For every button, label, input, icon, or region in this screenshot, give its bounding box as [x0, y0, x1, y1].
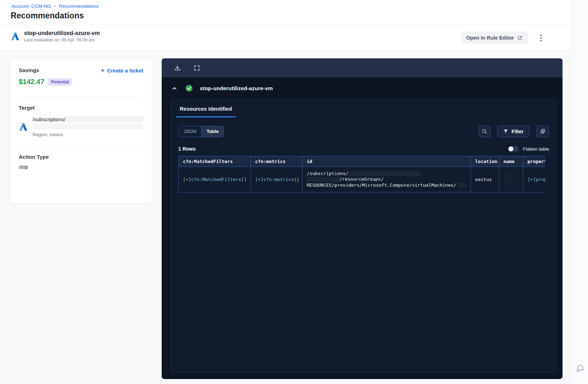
column-header-id: id — [302, 156, 471, 167]
chat-help-button[interactable] — [575, 363, 585, 373]
tab-row: Resources Identified — [171, 99, 556, 118]
rule-name: stop-underutilized-azure-vm — [24, 30, 100, 36]
create-ticket-label: Create a ticket — [107, 68, 143, 74]
tab-resources-identified[interactable]: Resources Identified — [176, 106, 236, 117]
breadcrumb-recommendations-link[interactable]: Recommendations — [59, 4, 99, 9]
filter-label: Filter — [512, 129, 524, 134]
fullscreen-icon — [194, 65, 200, 71]
azure-logo-icon — [11, 32, 20, 41]
redacted-text — [503, 170, 519, 190]
resources-table: c7n:MatchedFilters c7n:metrics id locati… — [178, 156, 545, 192]
card-divider — [19, 146, 143, 146]
column-header-matched-filters: c7n:MatchedFilters — [179, 156, 251, 167]
redacted-text — [33, 123, 143, 129]
cell-metrics-expander[interactable]: [+]c7n:metrics{} — [251, 167, 302, 192]
open-in-rule-editor-label: Open in Rule Editor — [466, 35, 514, 41]
id-line-3: RESOURCES/providers/Microsoft.Compute/vi… — [307, 182, 456, 188]
chat-help-icon — [575, 363, 585, 373]
cell-properties-expander[interactable]: [+]properties{} — [523, 167, 546, 192]
table-controls-row: JSON Table Filter — [178, 126, 549, 137]
cell-id: /subscriptions/ /resourceGroups/ RESOURC… — [302, 167, 471, 192]
cell-name — [499, 167, 523, 192]
action-type-label: Action Type — [19, 154, 143, 160]
search-button[interactable] — [479, 126, 491, 137]
savings-amount: $142.47 — [19, 78, 44, 86]
open-in-rule-editor-button[interactable]: Open in Rule Editor — [461, 32, 528, 44]
target-info: /subscriptions/ Region: eastus — [33, 116, 143, 137]
panel-rule-name: stop-underutilized-azure-vm — [200, 85, 273, 91]
target-region: Region: eastus — [33, 132, 143, 137]
page-title: Recommendations — [11, 11, 84, 21]
target-label: Target — [19, 105, 143, 111]
search-icon — [482, 128, 488, 134]
breadcrumb-account-link[interactable]: Account: CCM-NG — [11, 4, 51, 9]
create-ticket-button[interactable]: + Create a ticket — [101, 67, 143, 74]
filter-button[interactable]: Filter — [497, 126, 530, 137]
column-header-location: location — [471, 156, 499, 167]
rows-summary-row: 1 Rows Flatten table — [178, 146, 549, 152]
azure-logo-icon — [19, 122, 28, 132]
redacted-text — [307, 177, 339, 182]
resources-table-container: c7n:MatchedFilters c7n:metrics id locati… — [178, 156, 545, 192]
chevron-up-icon — [171, 85, 178, 92]
success-check-icon — [185, 85, 193, 92]
id-line-1: /subscriptions/ — [307, 171, 348, 176]
breadcrumb-bar: Account: CCM-NG › Recommendations Recomm… — [0, 0, 571, 25]
view-mode-json[interactable]: JSON — [179, 126, 201, 137]
column-header-name: name — [499, 156, 523, 167]
breadcrumb-separator-icon: › — [54, 3, 56, 8]
resources-identified-panel: Resources Identified JSON Table — [171, 99, 557, 373]
results-panel: stop-underutilized-azure-vm Resources Id… — [162, 58, 563, 379]
external-link-icon — [517, 35, 523, 41]
action-type-value: stop — [19, 164, 143, 170]
copy-button[interactable] — [536, 126, 549, 137]
target-path: /subscriptions/ — [33, 117, 65, 122]
redacted-text — [459, 183, 467, 188]
kebab-menu-icon[interactable] — [538, 33, 544, 43]
flatten-table-label: Flatten table — [523, 146, 549, 152]
download-button[interactable] — [174, 65, 181, 71]
flatten-table-toggle[interactable] — [508, 146, 519, 152]
recommendations-page: Account: CCM-NG › Recommendations Recomm… — [0, 0, 588, 384]
savings-card: Savings + Create a ticket $142.47 Potent… — [10, 58, 152, 204]
plus-icon: + — [101, 67, 105, 74]
rule-title-block: stop-underutilized-azure-vm Last evaluat… — [24, 30, 100, 42]
fullscreen-button[interactable] — [194, 65, 200, 71]
copy-icon — [540, 128, 546, 134]
rows-count: 1 Rows — [178, 146, 196, 152]
redacted-text — [66, 116, 143, 122]
savings-label: Savings — [19, 67, 39, 73]
collapse-toggle-button[interactable] — [171, 85, 178, 92]
id-line-2: /resourceGroups/ — [339, 176, 384, 182]
rule-header-bar: stop-underutilized-azure-vm Last evaluat… — [0, 25, 571, 51]
right-rail — [571, 0, 588, 384]
last-evaluated-text: Last evaluated on: 09 Apr, 06:00 am — [24, 37, 100, 42]
cell-location: eastus — [471, 167, 499, 192]
redacted-text — [348, 171, 421, 176]
column-header-properties: properties — [523, 156, 546, 167]
main-content-area: Savings + Create a ticket $142.47 Potent… — [0, 51, 571, 384]
card-divider — [19, 97, 143, 97]
results-toolbar — [162, 58, 563, 77]
filter-icon — [503, 129, 508, 134]
column-header-metrics: c7n:metrics — [251, 156, 302, 167]
view-mode-toggle: JSON Table — [178, 126, 224, 137]
header-actions: Open in Rule Editor — [461, 32, 544, 44]
cell-matched-filters-expander[interactable]: [+]c7n:MatchedFilters[] — [179, 167, 251, 192]
breadcrumb: Account: CCM-NG › Recommendations — [11, 3, 99, 9]
table-header-row: c7n:MatchedFilters c7n:metrics id locati… — [179, 156, 546, 167]
download-icon — [174, 65, 181, 71]
potential-badge: Potential — [48, 78, 72, 86]
rule-identity: stop-underutilized-azure-vm Last evaluat… — [11, 30, 100, 42]
rule-result-row: stop-underutilized-azure-vm — [162, 77, 563, 92]
view-mode-table[interactable]: Table — [201, 126, 224, 137]
table-row: [+]c7n:MatchedFilters[] [+]c7n:metrics{}… — [179, 167, 546, 192]
